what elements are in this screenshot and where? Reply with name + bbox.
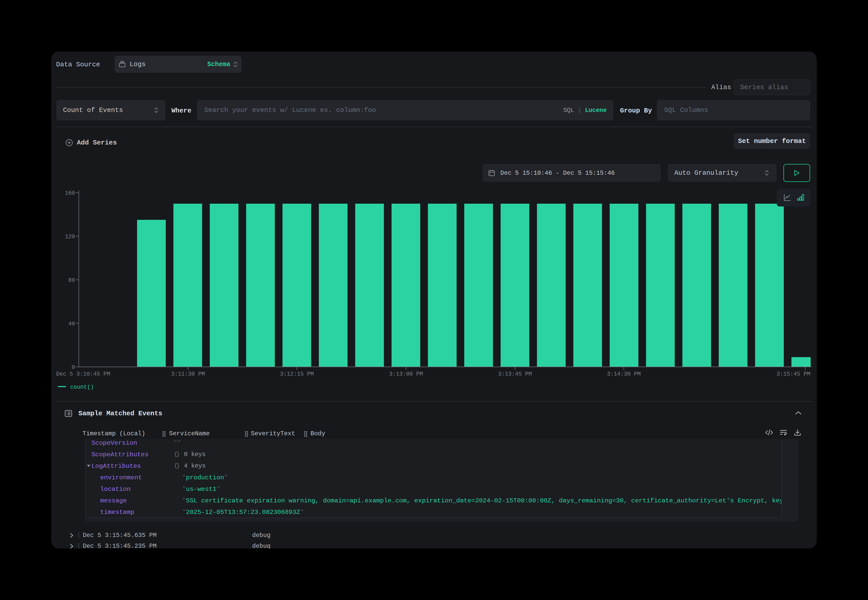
svg-text:3:11:30 PM: 3:11:30 PM bbox=[171, 371, 205, 377]
svg-text:80: 80 bbox=[68, 277, 75, 283]
svg-text:3:13:45 PM: 3:13:45 PM bbox=[498, 371, 532, 377]
svg-text:0: 0 bbox=[72, 364, 75, 371]
svg-text:3:13:00 PM: 3:13:00 PM bbox=[389, 371, 423, 377]
svg-text:160: 160 bbox=[65, 190, 75, 197]
svg-text:3:12:15 PM: 3:12:15 PM bbox=[280, 371, 314, 377]
svg-text:40: 40 bbox=[68, 321, 75, 327]
svg-text:count(): count() bbox=[70, 384, 94, 391]
svg-text:120: 120 bbox=[65, 233, 75, 240]
svg-text:Dec 5 3:10:45 PM: Dec 5 3:10:45 PM bbox=[56, 371, 110, 377]
svg-text:3:14:30 PM: 3:14:30 PM bbox=[607, 371, 641, 377]
svg-text:3:15:45 PM: 3:15:45 PM bbox=[777, 371, 810, 377]
